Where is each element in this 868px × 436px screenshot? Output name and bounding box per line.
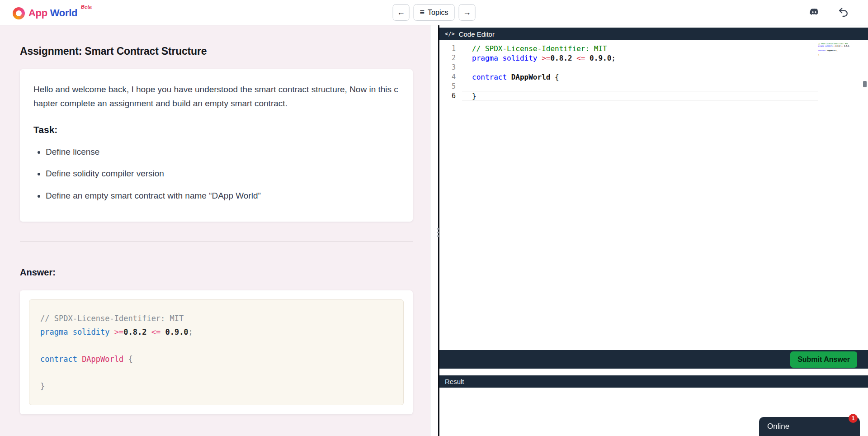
code-line[interactable]: // SPDX-License-Identifier: MIT: [462, 44, 818, 53]
submit-answer-button[interactable]: Submit Answer: [790, 351, 857, 368]
task-list: Define license Define solidity compiler …: [33, 146, 399, 202]
minimap-line: }: [818, 54, 862, 56]
submit-bar: Submit Answer: [439, 350, 868, 369]
panel-splitter: [430, 25, 438, 436]
editor-panel: </> Code Editor 123456 // SPDX-License-I…: [438, 25, 868, 436]
result-bar: Result: [439, 375, 868, 388]
arrow-right-icon: →: [463, 8, 471, 17]
editor-scrollbar-thumb[interactable]: [863, 81, 867, 87]
editor-minimap[interactable]: // SPDX-License-Identifier: MITpragma so…: [818, 43, 862, 56]
answer-code-line: // SPDX-License-Identifier: MIT: [40, 312, 392, 325]
editor-gutter: 123456: [439, 40, 462, 350]
code-editor-icon: </>: [445, 31, 455, 37]
answer-code-line: [40, 366, 392, 379]
code-line[interactable]: [462, 82, 818, 91]
line-number: 4: [439, 72, 456, 82]
line-number: 3: [439, 63, 456, 72]
lesson-navigation: ← ≡Topics →: [393, 4, 476, 21]
chat-status: Online: [767, 422, 789, 431]
line-number: 2: [439, 53, 456, 63]
top-bar: App World Beta ← ≡Topics →: [0, 0, 868, 25]
task-item: Define an empty smart contract with name…: [46, 190, 399, 202]
answer-heading: Answer:: [20, 267, 430, 278]
answer-code: // SPDX-License-Identifier: MITpragma so…: [29, 299, 404, 405]
bar-gap: [439, 369, 868, 375]
answer-code-line: [40, 339, 392, 352]
section-divider: [20, 242, 413, 242]
undo-icon: [838, 6, 849, 19]
assignment-intro: Hello and welcome back, I hope you have …: [33, 83, 399, 111]
editor-header: </> Code Editor: [439, 28, 868, 40]
page-title: Assignment: Smart Contract Structure: [20, 45, 430, 57]
chat-widget[interactable]: Online 1: [759, 417, 860, 436]
code-editor[interactable]: 123456 // SPDX-License-Identifier: MITpr…: [439, 40, 868, 350]
code-line[interactable]: }: [462, 91, 818, 100]
reset-button[interactable]: [838, 6, 849, 19]
task-item: Define solidity compiler version: [46, 168, 399, 180]
line-number: 1: [439, 44, 456, 53]
task-heading: Task:: [33, 124, 399, 135]
code-line[interactable]: [462, 63, 818, 72]
previous-lesson-button[interactable]: ←: [393, 4, 410, 21]
code-line[interactable]: contract DAppWorld {: [462, 72, 818, 82]
assignment-card: Hello and welcome back, I hope you have …: [20, 69, 413, 222]
discord-icon: [808, 7, 821, 18]
answer-code-line: pragma solidity >=0.8.2 <= 0.9.0;: [40, 325, 392, 339]
code-line[interactable]: pragma solidity >=0.8.2 <= 0.9.0;: [462, 53, 818, 63]
editor-title: Code Editor: [459, 30, 495, 38]
brand[interactable]: App World Beta: [13, 6, 92, 19]
topbar-actions: [808, 6, 855, 19]
answer-card: // SPDX-License-Identifier: MITpragma so…: [20, 290, 413, 414]
line-number: 5: [439, 82, 456, 91]
brand-first-word: App: [28, 7, 47, 19]
topics-button[interactable]: ≡Topics: [414, 4, 455, 21]
brand-name: App World: [28, 7, 77, 19]
beta-badge: Beta: [81, 4, 92, 9]
splitter-grip[interactable]: [436, 224, 440, 241]
arrow-left-icon: ←: [397, 8, 405, 17]
line-number: 6: [439, 91, 456, 101]
topics-label: Topics: [428, 9, 448, 17]
discord-button[interactable]: [808, 7, 821, 18]
assignment-panel: Assignment: Smart Contract Structure Hel…: [0, 25, 430, 436]
result-label: Result: [445, 378, 464, 385]
task-item: Define license: [46, 146, 399, 158]
answer-code-line: contract DAppWorld {: [40, 352, 392, 366]
hamburger-icon: ≡: [420, 8, 425, 17]
brand-second-word: World: [50, 7, 77, 19]
next-lesson-button[interactable]: →: [458, 4, 475, 21]
chat-unread-badge: 1: [849, 414, 858, 423]
main-split: Assignment: Smart Contract Structure Hel…: [0, 25, 868, 436]
editor-rows[interactable]: // SPDX-License-Identifier: MITpragma so…: [462, 40, 818, 350]
app-logo-icon: [13, 7, 25, 19]
answer-code-line: }: [40, 379, 392, 393]
